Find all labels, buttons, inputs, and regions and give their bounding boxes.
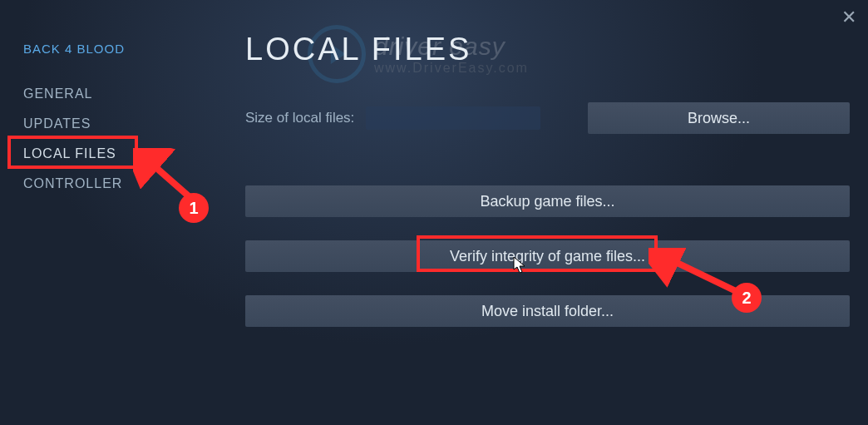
backup-game-files-button[interactable]: Backup game files... <box>245 185 850 217</box>
verify-integrity-button[interactable]: Verify integrity of game files... <box>245 240 850 272</box>
move-install-folder-button[interactable]: Move install folder... <box>245 295 850 327</box>
page-title: LOCAL FILES <box>245 32 850 67</box>
sidebar-item-controller[interactable]: CONTROLLER <box>23 169 190 199</box>
sidebar-item-general[interactable]: GENERAL <box>23 79 190 109</box>
content-panel: LOCAL FILES Size of local files: Browse.… <box>245 32 850 350</box>
size-value-field <box>366 106 540 130</box>
browse-button[interactable]: Browse... <box>588 102 850 134</box>
sidebar: BACK 4 BLOOD GENERAL UPDATES LOCAL FILES… <box>23 42 190 199</box>
sidebar-item-local-files[interactable]: LOCAL FILES <box>23 139 190 169</box>
game-title[interactable]: BACK 4 BLOOD <box>23 42 190 56</box>
close-icon: ✕ <box>841 7 856 27</box>
size-row: Size of local files: Browse... <box>245 102 850 134</box>
sidebar-item-updates[interactable]: UPDATES <box>23 109 190 139</box>
size-label: Size of local files: <box>245 110 354 126</box>
close-button[interactable]: ✕ <box>841 7 856 28</box>
